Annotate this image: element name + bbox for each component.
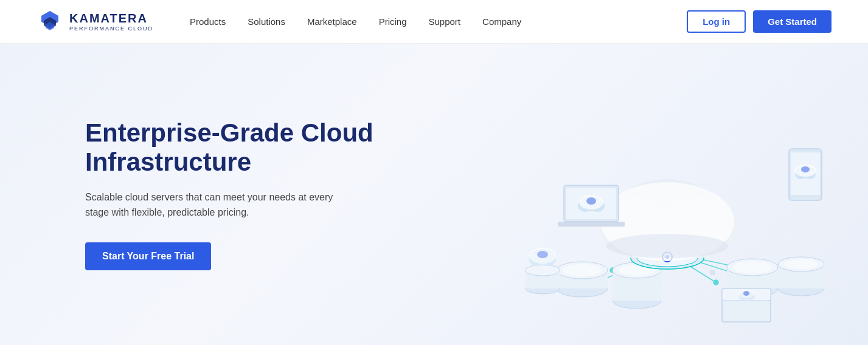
hero-illustration bbox=[491, 64, 844, 325]
get-started-button[interactable]: Get Started bbox=[753, 10, 832, 33]
logo-icon bbox=[36, 9, 63, 35]
svg-point-26 bbox=[563, 264, 602, 276]
hero-title: Enterprise-Grade Cloud Infrastructure bbox=[85, 118, 401, 177]
free-trial-button[interactable]: Start Your Free Trial bbox=[85, 242, 211, 270]
svg-rect-7 bbox=[710, 270, 715, 275]
svg-point-47 bbox=[586, 197, 596, 205]
nav-links: Products Solutions Marketplace Pricing S… bbox=[190, 16, 687, 27]
nav-link-pricing[interactable]: Pricing bbox=[379, 16, 407, 27]
hero-description: Scalable cloud servers that can meet you… bbox=[85, 190, 341, 220]
nav-item-support[interactable]: Support bbox=[429, 16, 461, 27]
nav-actions: Log in Get Started bbox=[687, 10, 832, 33]
nav-link-support[interactable]: Support bbox=[429, 16, 461, 27]
svg-point-62 bbox=[801, 166, 810, 172]
navbar: KAMATERA PERFORMANCE CLOUD Products Solu… bbox=[0, 0, 868, 44]
hero-section: Enterprise-Grade Cloud Infrastructure Sc… bbox=[0, 44, 868, 345]
nav-link-products[interactable]: Products bbox=[190, 16, 226, 27]
svg-point-55 bbox=[784, 259, 818, 269]
nav-item-solutions[interactable]: Solutions bbox=[248, 16, 285, 27]
svg-point-39 bbox=[606, 234, 728, 258]
svg-rect-42 bbox=[558, 222, 625, 227]
brand-sub: PERFORMANCE CLOUD bbox=[69, 26, 153, 32]
logo-link[interactable]: KAMATERA PERFORMANCE CLOUD bbox=[36, 9, 153, 35]
nav-item-company[interactable]: Company bbox=[482, 16, 521, 27]
nav-link-solutions[interactable]: Solutions bbox=[248, 16, 285, 27]
brand-name: KAMATERA bbox=[69, 12, 153, 26]
hero-content: Enterprise-Grade Cloud Infrastructure Sc… bbox=[85, 118, 401, 270]
svg-point-77 bbox=[743, 291, 749, 296]
nav-link-marketplace[interactable]: Marketplace bbox=[307, 16, 357, 27]
nav-item-marketplace[interactable]: Marketplace bbox=[307, 16, 357, 27]
svg-point-51 bbox=[733, 261, 772, 273]
nav-link-company[interactable]: Company bbox=[482, 16, 521, 27]
logo-text: KAMATERA PERFORMANCE CLOUD bbox=[69, 12, 153, 32]
svg-point-65 bbox=[526, 265, 560, 276]
login-button[interactable]: Log in bbox=[687, 10, 746, 33]
svg-point-19 bbox=[713, 280, 718, 285]
svg-point-70 bbox=[537, 251, 548, 258]
nav-item-pricing[interactable]: Pricing bbox=[379, 16, 407, 27]
nav-item-products[interactable]: Products bbox=[190, 16, 226, 27]
cloud-illustration bbox=[491, 64, 844, 325]
